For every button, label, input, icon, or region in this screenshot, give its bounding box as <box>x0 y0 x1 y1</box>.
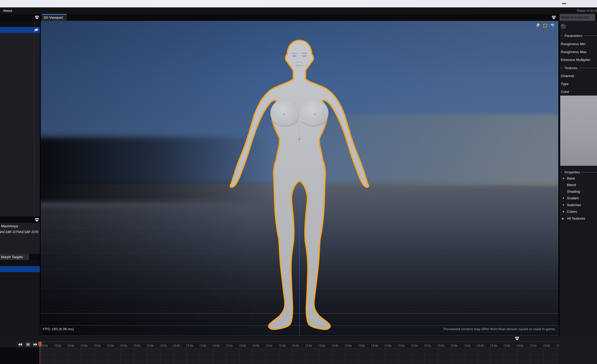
ruler-tick-mark <box>187 344 187 347</box>
timeline-grid-line <box>266 348 266 364</box>
lighting-disabled-icon[interactable] <box>535 23 541 29</box>
property-group-scalars[interactable]: ▼Scalars <box>559 195 597 201</box>
timeline-grid-line <box>477 348 478 364</box>
ruler-tick-mark <box>213 344 213 347</box>
bottom-right-empty-area <box>559 336 597 364</box>
property-item-shading[interactable]: Shading <box>559 188 597 195</box>
timeline-grid-line <box>187 348 187 364</box>
ruler-tick-label: 0.0s <box>122 344 127 347</box>
ruler-tick-label: 0.0s <box>254 344 259 347</box>
ruler-tick-mark <box>557 344 557 347</box>
property-group-colors[interactable]: ▼Colors <box>559 208 597 215</box>
viewport-3d-canvas[interactable]: FPS: 165 (6.06 ms) Previewed content may… <box>41 21 558 336</box>
timeline-grid-line <box>306 348 306 364</box>
timeline-grid[interactable] <box>40 348 559 364</box>
morph-list-row-selected[interactable] <box>0 266 40 272</box>
property-group-switches[interactable]: ▼Switches <box>559 202 597 208</box>
mesh-name-label: MeshAnya <box>1 224 40 228</box>
chevron-down-icon[interactable]: ▼ <box>562 175 566 182</box>
ruler-tick-mark <box>372 344 372 347</box>
texture-color-preview[interactable] <box>560 96 597 166</box>
property-group-base[interactable]: ▼Base <box>559 175 597 182</box>
ruler-tick-label: 0.0s <box>412 344 418 347</box>
timeline-grid-line <box>94 348 94 364</box>
ruler-tick-label: 0.0s <box>399 344 405 347</box>
fps-counter: FPS: 165 (6.06 ms) <box>43 327 74 331</box>
rewind-button[interactable] <box>17 342 23 347</box>
ruler-tick-label: 0.0s <box>108 344 114 347</box>
property-label: All Textures <box>567 216 585 220</box>
ruler-tick-mark <box>424 344 425 347</box>
ruler-tick-label: 0.0s <box>544 344 550 347</box>
timeline-grid-line <box>54 348 55 364</box>
ruler-tick-mark <box>121 344 121 347</box>
panel-options-icon[interactable] <box>35 218 39 221</box>
chevron-down-icon[interactable]: ▼ <box>562 202 566 209</box>
panel-options-icon[interactable] <box>515 337 519 340</box>
ruler-tick-label: 0.0s <box>55 344 61 347</box>
timeline-grid-line <box>345 348 345 364</box>
timeline-grid-line <box>160 348 160 364</box>
morph-list-row[interactable] <box>0 260 40 266</box>
section-header-parameters: Parameters <box>560 34 597 38</box>
ruler-tick-label: 0.0s <box>531 344 537 347</box>
material-preview-sphere-icon <box>561 23 566 30</box>
ruler-tick-mark <box>200 344 200 347</box>
tab-morph-targets[interactable]: Morph Targets <box>0 254 29 260</box>
property-group-all-textures[interactable]: ▶All Textures <box>559 215 597 222</box>
tab-3d-viewport[interactable]: 3D Viewport <box>41 14 67 21</box>
timeline-grid-line <box>530 348 530 364</box>
ruler-tick-mark <box>306 344 306 347</box>
minimize-icon[interactable] <box>562 3 566 4</box>
scene-tree-header <box>0 14 40 21</box>
ruler-tick-label: 0.0s <box>333 344 339 347</box>
ruler-tick-mark <box>358 344 359 347</box>
timeline-grid-line <box>490 348 491 364</box>
timeline-grid-line <box>40 361 559 361</box>
chevron-down-icon[interactable]: ▼ <box>562 209 566 215</box>
ruler-tick-label: 0.0s <box>135 344 140 347</box>
wireframe-vertices-icon[interactable] <box>543 23 548 29</box>
ruler-tick-mark <box>451 344 451 347</box>
ruler-tick-mark <box>253 344 253 347</box>
ruler-tick-mark <box>54 344 55 347</box>
property-label: Colors <box>567 210 577 214</box>
tab-material-inspector[interactable]: Material Inspector <box>559 14 595 21</box>
timeline-panel: 0.0s0.0s0.0s0.0s0.0s0.0s0.0s0.0s0.0s0.0s… <box>0 336 559 364</box>
chevron-down-icon[interactable]: ▼ <box>562 195 566 202</box>
timeline-grid-line <box>292 348 293 364</box>
panel-options-icon[interactable] <box>552 16 556 19</box>
ruler-tick-mark <box>81 344 81 347</box>
timeline-grid-line <box>40 348 559 349</box>
ruler-tick-mark <box>517 344 517 347</box>
timeline-grid-line <box>253 348 253 364</box>
ruler-tick-label: 0.0s <box>42 344 48 347</box>
property-item-blend[interactable]: Blend <box>559 182 597 188</box>
property-label: Scalars <box>567 196 579 200</box>
ruler-tick-label: 0.0s <box>346 344 352 347</box>
ruler-tick-mark <box>226 344 226 347</box>
property-label: Shading <box>567 190 580 193</box>
timeline-grid-line <box>424 348 425 364</box>
ruler-tick-label: 0.0s <box>452 344 457 347</box>
timeline-ruler[interactable]: 0.0s0.0s0.0s0.0s0.0s0.0s0.0s0.0s0.0s0.0s… <box>40 341 559 348</box>
timeline-grid-line <box>358 348 359 364</box>
ruler-tick-label: 0.0s <box>148 344 154 347</box>
timeline-grid-line <box>68 348 68 364</box>
ruler-tick-mark <box>464 344 464 347</box>
timeline-grid-line <box>239 348 240 364</box>
ruler-tick-label: 0.0s <box>95 344 101 347</box>
ruler-tick-label: 0.0s <box>267 344 272 347</box>
hidden-eye-icon[interactable] <box>34 27 39 33</box>
material-inspector-panel: Material Inspector Pa <box>559 14 597 364</box>
menu-item-about[interactable]: About <box>1 7 14 14</box>
chevron-right-icon[interactable]: ▶ <box>562 215 566 222</box>
material-inspector-tabrow: Material Inspector <box>559 14 597 21</box>
timeline-grid-line <box>81 348 81 364</box>
fast-forward-button[interactable] <box>32 342 38 347</box>
panel-options-icon[interactable] <box>35 16 39 19</box>
pause-button[interactable] <box>25 342 31 347</box>
timeline-grid-line <box>41 348 41 364</box>
timeline-grid-line <box>411 348 411 364</box>
solid-shading-cube-icon[interactable] <box>550 23 555 29</box>
